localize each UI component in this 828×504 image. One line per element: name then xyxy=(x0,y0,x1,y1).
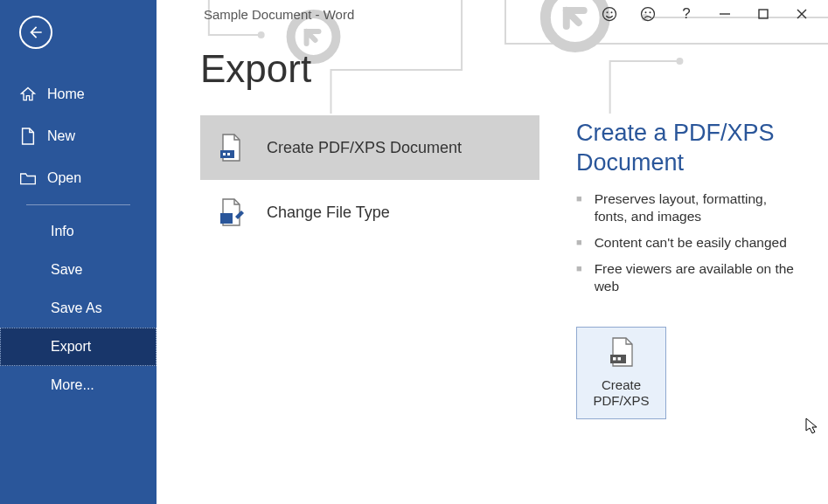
smile-icon xyxy=(601,5,618,23)
maximize-button[interactable] xyxy=(744,0,783,28)
sidebar-item-save-as[interactable]: Save As xyxy=(0,289,157,328)
sidebar-item-label: Info xyxy=(51,224,74,238)
export-option-label: Change File Type xyxy=(267,204,390,222)
title-bar: Sample Document - Word ? xyxy=(157,0,828,28)
minimize-icon xyxy=(719,8,731,20)
page-heading: Export xyxy=(200,47,828,91)
detail-title: Create a PDF/XPS Document xyxy=(576,119,795,178)
export-option-label: Create PDF/XPS Document xyxy=(267,139,462,157)
svg-rect-17 xyxy=(227,153,230,155)
minimize-button[interactable] xyxy=(706,0,744,28)
sidebar-item-home[interactable]: Home xyxy=(0,73,157,115)
export-option-create-pdf-xps[interactable]: Create PDF/XPS Document xyxy=(200,115,539,180)
export-option-change-file-type[interactable]: Change File Type xyxy=(200,180,539,245)
svg-rect-12 xyxy=(759,10,768,18)
sidebar-item-label: New xyxy=(47,128,75,144)
svg-rect-21 xyxy=(617,357,621,361)
maximize-icon xyxy=(757,8,769,20)
sidebar-item-save[interactable]: Save xyxy=(0,251,157,289)
sidebar-item-label: Home xyxy=(47,86,85,102)
svg-point-8 xyxy=(642,8,655,21)
home-icon xyxy=(19,86,37,103)
svg-rect-20 xyxy=(613,357,616,361)
svg-point-10 xyxy=(650,11,651,13)
export-content: Create PDF/XPS Document Change File Type… xyxy=(157,115,828,419)
create-button-label: Create PDF/XPS xyxy=(593,377,649,409)
help-icon: ? xyxy=(682,5,690,23)
detail-bullet: Free viewers are available on the web xyxy=(576,260,795,295)
sidebar-item-info[interactable]: Info xyxy=(0,212,157,251)
pdf-file-icon xyxy=(216,133,246,162)
feedback-smile-button[interactable] xyxy=(590,0,629,28)
detail-bullet: Content can't be easily changed xyxy=(576,234,795,252)
sidebar-item-more[interactable]: More... xyxy=(0,366,157,404)
help-button[interactable]: ? xyxy=(667,0,706,28)
svg-point-9 xyxy=(645,11,647,13)
svg-point-6 xyxy=(607,11,609,13)
sidebar-item-open[interactable]: Open xyxy=(0,157,157,199)
export-options-list: Create PDF/XPS Document Change File Type xyxy=(200,115,539,419)
pdf-export-icon xyxy=(609,337,635,370)
sidebar-divider xyxy=(26,204,130,205)
mouse-cursor-icon xyxy=(805,418,819,435)
title-bar-buttons: ? xyxy=(590,0,821,28)
create-pdf-xps-button[interactable]: Create PDF/XPS xyxy=(576,327,666,419)
svg-point-7 xyxy=(611,11,613,13)
backstage-sidebar: Home New Open Info Save Save As Export M… xyxy=(0,0,157,504)
sidebar-item-label: Save xyxy=(51,262,82,277)
sidebar-item-new[interactable]: New xyxy=(0,115,157,157)
sidebar-item-label: Open xyxy=(47,170,81,186)
back-button[interactable] xyxy=(19,16,52,49)
export-detail-pane: Create a PDF/XPS Document Preserves layo… xyxy=(576,115,795,419)
svg-point-5 xyxy=(603,8,616,21)
frown-icon xyxy=(639,5,657,23)
sidebar-item-label: Save As xyxy=(51,300,102,315)
svg-point-2 xyxy=(259,32,264,38)
svg-rect-18 xyxy=(220,213,233,224)
detail-bullet: Preserves layout, formatting, fonts, and… xyxy=(576,190,795,225)
sidebar-item-export[interactable]: Export xyxy=(0,328,157,366)
document-title: Sample Document - Word xyxy=(157,7,354,22)
close-button[interactable] xyxy=(783,0,821,28)
change-file-type-icon xyxy=(216,197,246,227)
detail-bullets: Preserves layout, formatting, fonts, and… xyxy=(576,190,795,296)
new-doc-icon xyxy=(19,128,37,145)
sidebar-item-label: More... xyxy=(51,377,94,392)
close-icon xyxy=(796,8,808,20)
main-area: Sample Document - Word ? Export xyxy=(157,0,828,504)
feedback-frown-button[interactable] xyxy=(629,0,667,28)
open-folder-icon xyxy=(19,169,37,187)
back-arrow-icon xyxy=(27,24,45,41)
sidebar-item-label: Export xyxy=(51,339,91,354)
svg-rect-16 xyxy=(223,153,226,155)
